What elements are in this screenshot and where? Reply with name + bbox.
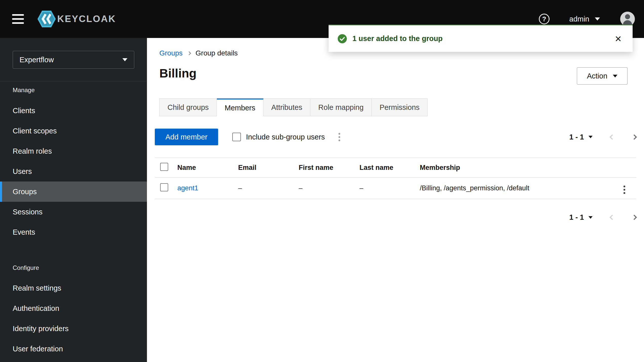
sidebar-item-authentication[interactable]: Authentication	[0, 298, 147, 318]
success-toast: 1 user added to the group ×	[329, 25, 633, 52]
sidebar-item-realm-roles[interactable]: Realm roles	[0, 141, 147, 161]
pagination-prev-icon[interactable]	[610, 134, 615, 139]
sidebar-item-label: User federation	[13, 345, 63, 353]
breadcrumb-current: Group details	[196, 49, 238, 57]
action-dropdown-button[interactable]: Action	[577, 67, 628, 85]
member-name-link[interactable]: agent1	[177, 184, 198, 192]
sidebar-item-events[interactable]: Events	[0, 222, 147, 242]
nav-section-manage: Manage Clients Client scopes Realm roles…	[0, 86, 147, 242]
table-row: agent1 – – – /Billing, /agents_permissio…	[155, 178, 636, 199]
pagination-range-label: 1 - 1	[569, 133, 584, 141]
table-header-row: Name Email First name Last name Membersh…	[155, 158, 636, 178]
avatar-person-icon	[625, 14, 630, 19]
success-check-icon	[338, 34, 347, 43]
pagination-range-label: 1 - 1	[569, 213, 584, 222]
pagination-top: 1 - 1	[569, 133, 636, 141]
pagination-prev-icon[interactable]	[610, 215, 615, 220]
page-title: Billing	[159, 66, 197, 80]
sidebar-item-label: Identity providers	[13, 325, 69, 333]
member-last-name-cell: –	[359, 184, 420, 192]
close-icon[interactable]: ×	[615, 33, 621, 44]
sidebar-item-identity-providers[interactable]: Identity providers	[0, 318, 147, 339]
nav-section-title: Manage	[0, 86, 147, 94]
row-kebab-icon[interactable]	[621, 184, 628, 195]
tab-label: Members	[225, 104, 255, 112]
user-menu-dropdown[interactable]: admin	[569, 15, 600, 23]
column-header-name: Name	[177, 164, 238, 172]
sidebar-item-label: Authentication	[13, 304, 59, 313]
sidebar-item-label: Client scopes	[13, 127, 57, 135]
tab-members[interactable]: Members	[217, 98, 263, 116]
column-header-membership: Membership	[420, 164, 621, 172]
include-subgroups-label[interactable]: Include sub-group users	[246, 133, 325, 141]
breadcrumb: Groups Group details	[159, 49, 238, 57]
select-all-checkbox[interactable]	[160, 163, 168, 171]
tab-label: Child groups	[167, 103, 209, 112]
tab-role-mapping[interactable]: Role mapping	[310, 98, 372, 116]
sidebar-divider	[0, 81, 147, 81]
sidebar-item-sessions[interactable]: Sessions	[0, 202, 147, 222]
sidebar-item-label: Groups	[13, 188, 37, 196]
sidebar-item-label: Realm roles	[13, 147, 52, 155]
username-label: admin	[569, 15, 589, 23]
chevron-down-icon	[122, 58, 127, 61]
include-subgroups-checkbox[interactable]	[232, 133, 241, 141]
sidebar-item-label: Sessions	[13, 208, 43, 216]
toast-message: 1 user added to the group	[352, 34, 443, 43]
sidebar-item-user-federation[interactable]: User federation	[0, 339, 147, 359]
keycloak-brand[interactable]: KEYCLOAK	[37, 11, 116, 27]
brand-wordmark: KEYCLOAK	[57, 14, 116, 24]
realm-selector-value: Expertflow	[20, 56, 54, 64]
sidebar-item-label: Realm settings	[13, 284, 61, 292]
action-dropdown-label: Action	[587, 72, 608, 80]
member-first-name-cell: –	[299, 184, 359, 192]
sidebar-item-realm-settings[interactable]: Realm settings	[0, 278, 147, 298]
pagination-next-icon[interactable]	[632, 215, 637, 220]
tab-permissions[interactable]: Permissions	[372, 98, 428, 116]
breadcrumb-groups-link[interactable]: Groups	[159, 49, 183, 57]
nav-section-title: Configure	[0, 264, 147, 272]
sidebar-item-client-scopes[interactable]: Client scopes	[0, 121, 147, 141]
tab-bar: Child groups Members Attributes Role map…	[159, 98, 428, 116]
tab-label: Permissions	[380, 103, 420, 112]
toolbar-kebab-icon[interactable]	[336, 131, 343, 143]
add-member-button[interactable]: Add member	[155, 129, 218, 145]
chevron-down-icon	[613, 75, 617, 77]
pagination-options-chevron-down-icon[interactable]	[589, 216, 593, 219]
column-header-first-name: First name	[299, 164, 359, 172]
sidebar-item-label: Events	[13, 228, 35, 236]
keycloak-logo-icon	[37, 11, 56, 27]
help-icon[interactable]: ?	[539, 14, 550, 24]
tab-label: Role mapping	[318, 103, 364, 112]
avatar[interactable]	[620, 12, 635, 26]
pagination-next-icon[interactable]	[632, 134, 637, 139]
pagination-bottom: 1 - 1	[569, 213, 636, 222]
sidebar-item-label: Users	[13, 167, 32, 176]
pagination-options-chevron-down-icon[interactable]	[589, 136, 593, 138]
nav-toggle-hamburger-icon[interactable]	[12, 14, 24, 24]
member-email-cell: –	[238, 184, 299, 192]
sidebar: Expertflow Manage Clients Client scopes …	[0, 38, 147, 362]
chevron-down-icon	[595, 17, 600, 21]
members-table: Name Email First name Last name Membersh…	[155, 158, 636, 199]
row-checkbox[interactable]	[160, 183, 168, 191]
sidebar-item-users[interactable]: Users	[0, 161, 147, 182]
member-membership-cell: /Billing, /agents_permission, /default	[420, 184, 621, 192]
main-content: Groups Group details Billing Action Chil…	[147, 38, 644, 362]
nav-section-configure: Configure Realm settings Authentication …	[0, 264, 147, 359]
column-header-email: Email	[238, 164, 299, 172]
tab-label: Attributes	[271, 103, 302, 112]
sidebar-item-groups[interactable]: Groups	[0, 182, 147, 202]
realm-selector-dropdown[interactable]: Expertflow	[13, 51, 134, 69]
masthead-right: ? admin	[539, 12, 635, 26]
sidebar-item-clients[interactable]: Clients	[0, 100, 147, 121]
chevron-right-icon	[187, 51, 191, 55]
tab-child-groups[interactable]: Child groups	[159, 98, 217, 116]
tab-attributes[interactable]: Attributes	[263, 98, 311, 116]
members-toolbar: Add member Include sub-group users 1 - 1	[155, 129, 636, 145]
sidebar-item-label: Clients	[13, 107, 35, 115]
column-header-last-name: Last name	[359, 164, 420, 172]
